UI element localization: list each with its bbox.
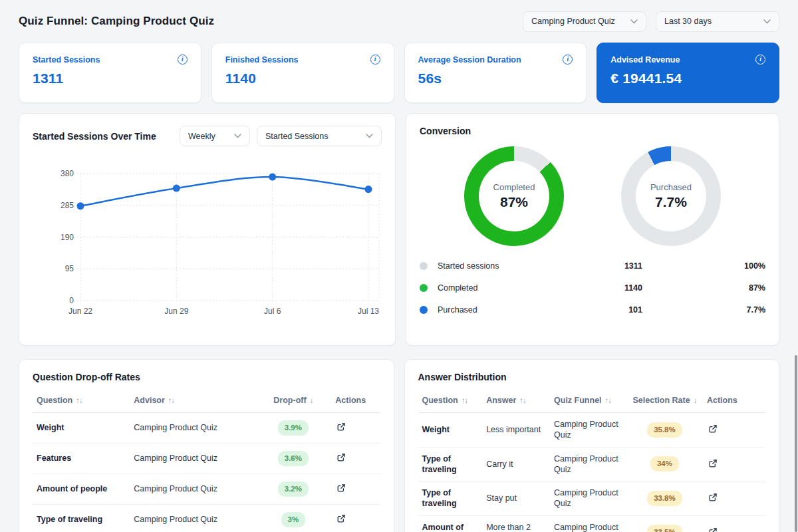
column-label: Actions — [707, 396, 737, 405]
chevron-down-icon — [234, 134, 241, 138]
quiz-funnel-cell: Camping Product Quiz — [550, 447, 626, 481]
column-header-answer[interactable]: Answer↑↓ — [482, 389, 550, 413]
quiz-funnel-cell: Camping Product Quiz — [550, 481, 626, 516]
column-header-drop-off[interactable]: Drop-off↓ — [255, 389, 331, 413]
stats-row: Started Sessions i 1311 Finished Session… — [19, 43, 779, 103]
data-point[interactable] — [77, 202, 84, 209]
open-details-button[interactable] — [335, 452, 347, 464]
dashboard: Quiz Funnel: Camping Product Quiz Campin… — [0, 9, 798, 532]
donut-value: 87% — [500, 194, 528, 210]
column-header-advisor[interactable]: Advisor↑↓ — [130, 389, 255, 413]
quiz-select-value: Camping Product Quiz — [531, 17, 615, 26]
question-cell: Type of traveling — [418, 447, 483, 481]
open-details-button[interactable] — [335, 482, 347, 494]
bottom-row: Question Drop-off Rates Question↑↓Adviso… — [19, 359, 779, 532]
column-header-question[interactable]: Question↑↓ — [418, 389, 483, 413]
data-point[interactable] — [269, 174, 276, 181]
question-cell: Type of traveling — [418, 481, 483, 516]
svg-text:Jul 13: Jul 13 — [358, 307, 379, 316]
open-details-button[interactable] — [707, 526, 719, 532]
info-icon[interactable]: i — [178, 55, 188, 65]
svg-text:95: 95 — [65, 264, 74, 273]
stat-card-finished-sessions: Finished Sessions i 1140 — [211, 43, 394, 103]
sessions-over-time-card: Started Sessions Over Time Weekly Starte… — [19, 113, 396, 346]
dropoff-badge-cell: 3% — [255, 504, 331, 532]
question-cell: Type of traveling — [33, 504, 130, 532]
info-icon[interactable]: i — [755, 55, 765, 65]
metric-select[interactable]: Started Sessions — [257, 126, 382, 146]
page-title: Quiz Funnel: Camping Product Quiz — [19, 15, 214, 28]
svg-text:Jun 29: Jun 29 — [164, 307, 188, 316]
donut-value: 7.7% — [655, 194, 687, 210]
column-header-selection-rate[interactable]: Selection Rate↓ — [626, 389, 703, 413]
conversion-title: Conversion — [420, 126, 765, 136]
open-details-button[interactable] — [707, 423, 719, 435]
donut-label: Purchased — [650, 182, 692, 192]
legend-label: Completed — [438, 283, 583, 293]
table-row: WeightCamping Product Quiz3.9% — [33, 413, 380, 444]
actions-cell — [331, 473, 380, 504]
completed-donut-chart: Completed 87% — [464, 146, 564, 246]
sort-desc-icon: ↓ — [310, 396, 313, 404]
selection-rate-badge: 33.5% — [647, 525, 682, 532]
legend-dot-icon — [420, 284, 428, 292]
answer-table-title: Answer Distribution — [418, 372, 766, 382]
stat-value: 1311 — [33, 70, 188, 86]
selection-rate-badge-cell: 34% — [626, 447, 703, 481]
column-header-question[interactable]: Question↑↓ — [33, 389, 130, 413]
svg-text:Jun 22: Jun 22 — [68, 307, 92, 316]
sort-both-icon: ↑↓ — [605, 396, 612, 404]
question-cell: Features — [33, 443, 130, 473]
data-point[interactable] — [173, 185, 180, 192]
svg-text:0: 0 — [69, 296, 74, 305]
advisor-cell: Camping Product Quiz — [130, 473, 255, 504]
legend-pct: 100% — [642, 261, 765, 271]
open-details-button[interactable] — [335, 513, 347, 525]
table-row: Type of travelingStay putCamping Product… — [418, 481, 766, 516]
header: Quiz Funnel: Camping Product Quiz Campin… — [19, 9, 779, 33]
open-details-button[interactable] — [707, 458, 719, 469]
table-row: WeightLess importantCamping Product Quiz… — [418, 413, 766, 448]
interval-select[interactable]: Weekly — [180, 126, 250, 146]
question-cell: Weight — [418, 413, 483, 448]
question-cell: Weight — [33, 413, 130, 444]
stat-value: € 19441.54 — [610, 70, 765, 86]
legend-label: Purchased — [438, 305, 583, 315]
data-point[interactable] — [365, 186, 372, 193]
selection-rate-badge: 35.8% — [647, 422, 682, 438]
date-range-select[interactable]: Last 30 days — [656, 11, 779, 32]
chevron-down-icon — [366, 134, 373, 138]
advisor-cell: Camping Product Quiz — [130, 443, 255, 473]
selection-rate-badge: 33.8% — [647, 491, 682, 506]
column-label: Selection Rate — [632, 396, 690, 405]
column-header-actions: Actions — [703, 389, 765, 413]
answer-cell: Less important — [482, 413, 550, 448]
legend-pct: 7.7% — [642, 305, 765, 315]
external-link-icon — [708, 424, 718, 434]
legend-value: 1140 — [583, 283, 642, 293]
external-link-icon — [708, 459, 718, 468]
stat-card-started-sessions: Started Sessions i 1311 — [19, 43, 201, 103]
info-icon[interactable]: i — [563, 55, 573, 65]
legend-pct: 87% — [642, 283, 765, 293]
external-link-icon — [708, 493, 718, 502]
actions-cell — [331, 443, 380, 473]
legend-row: Started sessions1311100% — [420, 255, 765, 277]
quiz-select[interactable]: Camping Product Quiz — [523, 11, 646, 32]
conversion-legend: Started sessions1311100%Completed114087%… — [420, 255, 765, 321]
external-link-icon — [336, 422, 346, 432]
dropoff-badge-cell: 3.2% — [255, 473, 331, 504]
stat-value: 1140 — [225, 70, 380, 86]
external-link-icon — [336, 483, 346, 493]
answer-distribution-card: Answer Distribution Question↑↓Answer↑↓Qu… — [404, 359, 780, 532]
column-header-quiz-funnel[interactable]: Quiz Funnel↑↓ — [550, 389, 626, 413]
info-icon[interactable]: i — [370, 55, 380, 65]
chevron-down-icon — [763, 19, 771, 24]
table-row: FeaturesCamping Product Quiz3.6% — [33, 443, 380, 473]
open-details-button[interactable] — [707, 491, 719, 503]
vertical-scrollbar[interactable] — [795, 355, 797, 532]
legend-dot-icon — [420, 262, 428, 270]
question-dropoff-table: Question↑↓Advisor↑↓Drop-off↓Actions Weig… — [33, 389, 380, 532]
answer-cell: More than 2 people — [482, 515, 550, 532]
open-details-button[interactable] — [335, 421, 347, 433]
